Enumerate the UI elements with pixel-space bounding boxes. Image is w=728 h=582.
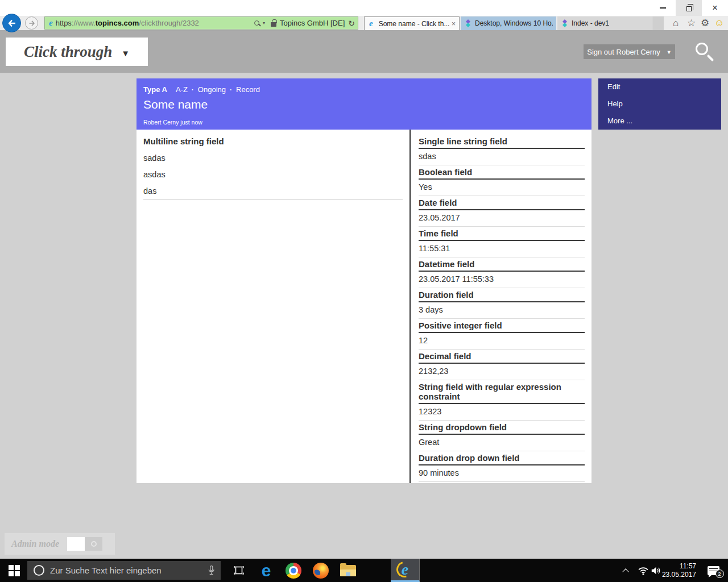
forward-button[interactable] (25, 16, 38, 30)
search-icon-handle (707, 55, 714, 62)
tray-clock[interactable]: 11:57 23.05.2017 (661, 559, 696, 582)
field-label: String dropdown field (419, 422, 585, 435)
admin-mode-toggle[interactable] (67, 537, 102, 551)
field-value: Great (419, 435, 585, 451)
file-explorer-icon (340, 565, 356, 576)
start-button[interactable] (0, 559, 27, 582)
search-icon (696, 43, 708, 55)
nav-az[interactable]: A-Z (176, 85, 188, 94)
certificate-name[interactable]: Topincs GmbH [DE] (280, 19, 345, 27)
back-button[interactable] (2, 14, 21, 32)
field-row: Time field11:55:31 (419, 228, 585, 257)
ie-page-icon: e (49, 19, 53, 27)
nav-record[interactable]: Record (236, 85, 260, 94)
field-value: 12 (419, 333, 585, 350)
internet-explorer-icon: e (395, 560, 415, 579)
field-label: Positive integer field (419, 321, 585, 333)
separator: · (230, 86, 232, 94)
url-domain: topincs.com (96, 19, 139, 27)
taskbar-ie-button-active[interactable]: e (391, 559, 420, 582)
menu-item-help[interactable]: Help (607, 100, 712, 108)
ie-tab-icon: e (369, 19, 373, 28)
tab-index-dev1[interactable]: Index - dev1 (557, 16, 652, 30)
admin-mode-control: Admin mode (5, 533, 115, 555)
topincs-favicon (464, 19, 472, 27)
chrome-icon (286, 563, 301, 579)
lock-icon[interactable] (271, 22, 276, 27)
edge-icon: e (262, 562, 271, 579)
address-bar-controls: ▾ Topincs GmbH [DE] ↻ (254, 19, 355, 27)
field-value: 2132,23 (419, 364, 585, 380)
url-text[interactable]: https://www.topincs.com/clickthrough/233… (56, 19, 254, 27)
field-row: String field with regular expression con… (419, 382, 585, 421)
topincs-favicon (561, 19, 569, 27)
menu-item-edit[interactable]: Edit (607, 83, 712, 91)
field-value: 90 minutes (419, 465, 585, 482)
admin-mode-label: Admin mode (11, 539, 59, 549)
url-path: /clickthrough/2332 (139, 19, 199, 27)
taskbar-firefox-button[interactable] (307, 559, 334, 582)
left-column: Multiline string field sadas asdas das (136, 130, 410, 483)
home-icon[interactable]: ⌂ (673, 16, 679, 30)
field-label: Duration field (419, 290, 585, 302)
tab-close-icon[interactable]: × (452, 20, 456, 28)
tray-action-center[interactable]: 2 (702, 559, 725, 582)
gear-icon[interactable]: ⚙ (701, 16, 709, 30)
favorites-star-icon[interactable]: ☆ (687, 16, 696, 30)
taskbar-explorer-button[interactable] (334, 559, 362, 582)
header-search-button[interactable] (695, 42, 714, 63)
signout-button[interactable]: Sign out Robert Cerny ▼ (584, 44, 675, 59)
tray-show-hidden-icons[interactable] (620, 559, 631, 582)
app-title-dropdown[interactable]: Click through ▼ (6, 38, 148, 66)
close-button[interactable]: × (702, 0, 728, 16)
smiley-feedback-icon[interactable]: ☺ (714, 16, 724, 30)
record-byline: Robert Cerny just now (143, 119, 585, 126)
record-card: Type A A-Z · Ongoing · Record Some name … (136, 78, 592, 483)
close-icon: × (712, 3, 717, 13)
field-label: Datetime field (419, 259, 585, 272)
search-caret-icon[interactable]: ▾ (263, 20, 265, 26)
window-titlebar: × (0, 0, 728, 16)
toggle-off-half (67, 537, 85, 551)
field-row: String dropdown fieldGreat (419, 422, 585, 451)
record-type: Type A (143, 85, 167, 94)
field-row: Duration drop down field90 minutes (419, 453, 585, 482)
firefox-icon (313, 563, 329, 579)
page-title: Some name (143, 98, 585, 111)
cortana-icon (34, 565, 44, 576)
minimize-button[interactable] (650, 0, 676, 16)
field-value: sadas (143, 153, 403, 163)
clock-date: 23.05.2017 (662, 571, 696, 579)
notification-badge: 2 (715, 569, 724, 578)
taskbar-edge-button[interactable]: e (253, 559, 280, 582)
menu-item-more[interactable]: More ... (607, 117, 712, 125)
refresh-icon[interactable]: ↻ (348, 19, 355, 27)
windows-logo-icon (9, 565, 14, 570)
field-values: sadas asdas das (143, 153, 403, 200)
field-label: Boolean field (419, 167, 585, 180)
restore-icon (686, 6, 692, 11)
taskbar-chrome-button[interactable] (280, 559, 307, 582)
clock-time: 11:57 (680, 562, 696, 571)
taskbar-search-input[interactable] (50, 566, 208, 575)
restore-button[interactable] (676, 0, 702, 16)
field-value: das (143, 186, 403, 196)
tab-desktop-windows[interactable]: Desktop, Windows 10 Ho... (461, 16, 556, 30)
ie-swoosh (394, 559, 415, 580)
tab-some-name[interactable]: e Some name - Click th... × (364, 16, 460, 30)
signout-label: Sign out Robert Cerny (587, 48, 660, 56)
page-background: Type A A-Z · Ongoing · Record Some name … (0, 73, 728, 559)
field-value: asdas (143, 170, 403, 179)
taskbar-search[interactable] (27, 561, 221, 580)
nav-ongoing[interactable]: Ongoing (198, 85, 226, 94)
task-view-icon (233, 566, 245, 575)
microphone-icon[interactable] (208, 565, 215, 576)
task-view-button[interactable] (226, 559, 251, 582)
separator: · (192, 86, 194, 94)
field-value: Yes (419, 180, 585, 196)
new-tab-button[interactable] (652, 16, 664, 30)
field-row: Date field23.05.2017 (419, 198, 585, 227)
address-bar[interactable]: e https://www.topincs.com/clickthrough/2… (44, 16, 358, 30)
search-icon[interactable] (254, 20, 259, 26)
wifi-icon (638, 566, 649, 575)
